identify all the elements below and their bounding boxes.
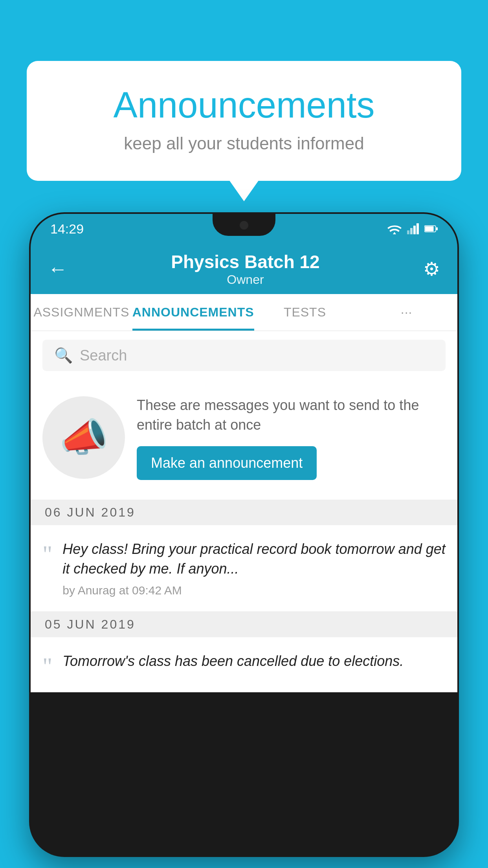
back-button[interactable]: ← bbox=[48, 257, 68, 280]
svg-rect-5 bbox=[425, 226, 434, 232]
quote-icon-1: " bbox=[42, 542, 52, 566]
svg-rect-2 bbox=[413, 226, 416, 234]
phone-frame: 14:29 bbox=[29, 212, 459, 857]
promo-description: These are messages you want to send to t… bbox=[137, 395, 446, 435]
date-divider-2: 05 JUN 2019 bbox=[31, 612, 457, 637]
announcement-text-2: Tomorrow's class has been cancelled due … bbox=[62, 651, 446, 676]
screen-content: 🔍 Search 📣 These are messages you want t… bbox=[31, 331, 457, 692]
svg-rect-1 bbox=[410, 228, 413, 234]
signal-icon bbox=[407, 223, 419, 234]
search-icon: 🔍 bbox=[54, 347, 73, 364]
speech-bubble-card: Announcements keep all your students inf… bbox=[27, 61, 461, 181]
tab-tests[interactable]: TESTS bbox=[254, 294, 356, 331]
quote-icon-2: " bbox=[42, 654, 52, 678]
date-divider-1: 06 JUN 2019 bbox=[31, 500, 457, 525]
search-bar[interactable]: 🔍 Search bbox=[42, 340, 446, 371]
header-title: Physics Batch 12 bbox=[171, 251, 319, 272]
status-bar: 14:29 bbox=[31, 214, 457, 244]
announcement-item-1: " Hey class! Bring your practical record… bbox=[31, 525, 457, 612]
announcement-item-2: " Tomorrow's class has been cancelled du… bbox=[31, 637, 457, 692]
svg-rect-0 bbox=[407, 230, 409, 234]
make-announcement-button[interactable]: Make an announcement bbox=[137, 446, 317, 480]
tab-more[interactable]: ··· bbox=[356, 294, 457, 331]
megaphone-circle: 📣 bbox=[42, 396, 125, 479]
header-subtitle: Owner bbox=[171, 272, 319, 287]
speech-bubble-section: Announcements keep all your students inf… bbox=[27, 61, 461, 181]
announcement-meta-1: by Anurag at 09:42 AM bbox=[62, 584, 446, 597]
tab-assignments[interactable]: ASSIGNMENTS bbox=[31, 294, 132, 331]
battery-icon bbox=[424, 225, 438, 233]
tabs-bar: ASSIGNMENTS ANNOUNCEMENTS TESTS ··· bbox=[31, 294, 457, 331]
phone-inner: 14:29 bbox=[31, 214, 457, 855]
status-icons bbox=[387, 223, 438, 234]
wifi-icon bbox=[387, 223, 402, 234]
megaphone-icon: 📣 bbox=[59, 414, 108, 461]
status-time: 14:29 bbox=[50, 221, 84, 237]
promo-text-group: These are messages you want to send to t… bbox=[137, 395, 446, 480]
announcement-message-2: Tomorrow's class has been cancelled due … bbox=[62, 651, 446, 671]
header-title-group: Physics Batch 12 Owner bbox=[171, 251, 319, 287]
search-placeholder: Search bbox=[80, 347, 127, 364]
notch bbox=[213, 214, 275, 236]
tab-announcements[interactable]: ANNOUNCEMENTS bbox=[132, 294, 254, 331]
svg-rect-6 bbox=[436, 227, 438, 230]
bubble-subtitle: keep all your students informed bbox=[58, 134, 430, 153]
svg-rect-3 bbox=[416, 223, 419, 234]
app-header: ← Physics Batch 12 Owner ⚙ bbox=[31, 244, 457, 294]
camera-cutout bbox=[240, 221, 248, 230]
promo-card: 📣 These are messages you want to send to… bbox=[31, 380, 457, 500]
bubble-title: Announcements bbox=[58, 85, 430, 126]
settings-icon[interactable]: ⚙ bbox=[423, 258, 440, 280]
announcement-text-1: Hey class! Bring your practical record b… bbox=[62, 539, 446, 597]
announcement-message-1: Hey class! Bring your practical record b… bbox=[62, 539, 446, 579]
search-bar-wrapper: 🔍 Search bbox=[31, 331, 457, 380]
